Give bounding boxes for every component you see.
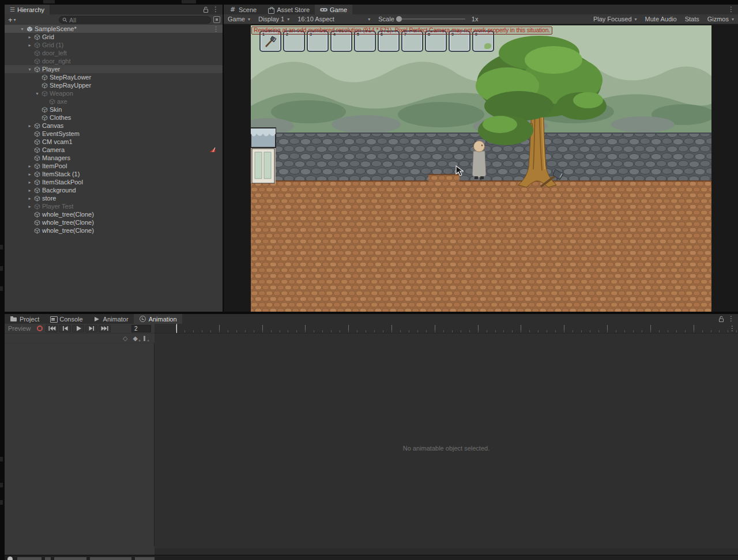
kebab-menu-icon[interactable]: ⋮ [212,6,219,13]
hierarchy-item[interactable]: Background ⋮ [5,186,223,194]
kebab-menu-icon[interactable]: ⋮ [728,315,735,323]
expand-arrow-icon[interactable] [27,123,32,128]
hierarchy-item-label: whole_tree(Clone) [42,211,94,218]
bottom-tabbar: Project Console Animator Animation [5,314,738,324]
expand-arrow-icon[interactable] [27,196,32,201]
expand-arrow-icon[interactable] [27,188,32,193]
scale-track[interactable] [396,18,465,20]
display-dropdown[interactable]: Display 1▾ [254,16,293,22]
expand-arrow-icon[interactable] [35,91,40,96]
hierarchy-item[interactable]: store ⋮ [5,194,223,202]
previous-key-button[interactable] [59,325,71,332]
tab-hierarchy[interactable]: ☰ Hierarchy [5,5,50,14]
view-tab[interactable]: Asset Store [262,5,315,14]
dopesheet-area[interactable]: No animatable object selected. [155,334,738,548]
panel-tab[interactable]: Animation [134,314,182,324]
next-key-button[interactable] [85,325,97,332]
record-button[interactable] [35,325,44,332]
hierarchy-item[interactable]: Player Test ⋮ [5,202,223,210]
hierarchy-item[interactable]: ItemStackPool ⋮ [5,178,223,186]
record-icon [36,325,43,332]
hierarchy-item[interactable]: door_right ⋮ [5,57,223,65]
animation-panel-controls: ⋮ [718,315,735,323]
status-bar[interactable] [5,555,738,560]
hierarchy-item[interactable]: Clothes ⋮ [5,113,223,122]
hierarchy-item[interactable]: whole_tree(Clone) ⋮ [5,210,223,218]
left-edge-artifact [0,500,3,505]
hierarchy-item[interactable]: StepRayLower ⋮ [5,73,223,81]
auto-key-icon[interactable]: ◇ [123,335,127,342]
expand-arrow-icon[interactable] [27,35,32,40]
dirt-ledge [428,174,460,182]
aspect-ratio-dropdown[interactable]: 16:10 Aspect▾ [293,16,374,22]
status-text-clipped [90,557,131,560]
play-button[interactable] [72,325,84,332]
hierarchy-item[interactable]: Weapon ⋮ [5,89,223,97]
hierarchy-item[interactable]: CM vcam1 ⋮ [5,138,223,146]
frame-number-field[interactable]: 2 [131,325,151,332]
hierarchy-item-label: ItemStack (1) [42,171,80,177]
panel-tab[interactable]: Console [44,314,88,324]
hierarchy-item[interactable]: door_left ⋮ [5,49,223,57]
create-button[interactable]: + [8,16,13,24]
search-placeholder: All [69,17,76,24]
gameobject-icon [34,34,40,40]
view-tab[interactable]: Scene [224,5,262,14]
hierarchy-item[interactable]: whole_tree(Clone) ⋮ [5,226,223,234]
hierarchy-item[interactable]: SampleScene* ⋮ [5,25,223,33]
expand-arrow-icon[interactable] [27,172,32,177]
stats-button[interactable]: Stats [681,16,703,22]
hierarchy-item[interactable]: StepRayUpper ⋮ [5,81,223,89]
tab-label: Scene [239,6,257,13]
dopesheet-bottom-strip [155,548,738,555]
expand-arrow-icon[interactable] [20,25,25,33]
gizmos-dropdown[interactable]: Gizmos▾ [703,16,738,22]
item-kebab-icon[interactable]: ⋮ [213,25,219,33]
search-filter-icon[interactable] [213,16,220,23]
view-tab[interactable]: Game [315,5,352,14]
add-keyframe-button[interactable]: ◆ [133,335,138,342]
create-dropdown-arrow[interactable]: ▾ [14,17,16,22]
lock-icon[interactable] [203,6,209,13]
hierarchy-item[interactable]: Managers ⋮ [5,154,223,162]
go-to-beginning-button[interactable] [46,325,58,332]
mute-audio-button[interactable]: Mute Audio [641,16,681,22]
hierarchy-item[interactable]: Canvas ⋮ [5,122,223,130]
playhead[interactable] [176,324,177,333]
expand-arrow-icon[interactable] [27,204,32,209]
expand-arrow-icon[interactable] [27,180,32,185]
hierarchy-search-input[interactable]: All [59,16,211,24]
hierarchy-item[interactable]: whole_tree(Clone) ⋮ [5,218,223,226]
panel-tab[interactable]: Project [5,314,44,324]
hierarchy-item[interactable]: Grid ⋮ [5,33,223,41]
hierarchy-item[interactable]: Grid (1) ⋮ [5,41,223,49]
expand-arrow-icon[interactable] [27,43,32,48]
hierarchy-item[interactable]: EventSystem ⋮ [5,130,223,138]
axe-item-icon [263,35,277,48]
timeline-ruler[interactable] [155,324,738,334]
expand-arrow-icon[interactable] [27,164,32,169]
hierarchy-item[interactable]: axe ⋮ [5,97,223,105]
add-event-button[interactable] [143,335,149,342]
game-viewport[interactable]: 1 2 [251,25,711,312]
hierarchy-item[interactable]: ItemStack (1) ⋮ [5,170,223,178]
target-display-dropdown[interactable]: Game▾ [224,16,254,22]
scale-slider[interactable]: Scale 1x [374,16,482,22]
go-to-end-button[interactable] [99,325,111,332]
expand-arrow-icon[interactable] [27,67,32,72]
panel-tab[interactable]: Animator [88,314,134,324]
gameobject-icon [34,139,40,145]
lock-icon[interactable] [718,316,724,323]
scale-knob[interactable] [396,16,402,22]
tab-icon [10,315,17,323]
tab-label: Hierarchy [17,6,44,13]
kebab-menu-icon[interactable]: ⋮ [728,6,735,13]
gameobject-icon [34,211,40,218]
hierarchy-item[interactable]: Camera ⋮ [5,146,223,154]
hierarchy-item[interactable]: Player ⋮ [5,65,223,73]
hierarchy-item[interactable]: Skin ⋮ [5,105,223,113]
hierarchy-item[interactable]: ItemPool ⋮ [5,162,223,170]
preview-toggle[interactable]: Preview [5,325,34,332]
ruler-kebab-icon[interactable]: ⋮ [729,325,736,332]
play-focused-dropdown[interactable]: Play Focused▾ [589,16,641,22]
